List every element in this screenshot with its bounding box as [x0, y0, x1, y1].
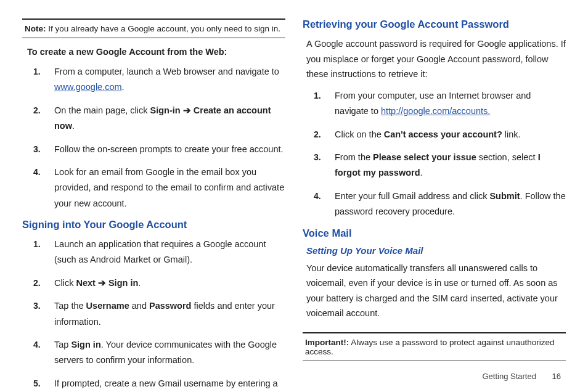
footer-section: Getting Started [482, 372, 536, 381]
note-label: Note: [25, 24, 46, 33]
right-column: Retrieving your Google Account Password … [303, 18, 566, 392]
bold-text: Username [86, 301, 129, 311]
important-label: Important!: [305, 338, 349, 347]
list-item: From your computer, use an Internet brow… [314, 88, 566, 120]
step-text: From the [335, 152, 373, 162]
retrieve-heading: Retrieving your Google Account Password [303, 18, 566, 30]
step-text: section, select [476, 152, 538, 162]
voicemail-body: Your device automatically transfers all … [306, 261, 566, 322]
step-text: . [122, 82, 125, 92]
link-google[interactable]: www.google.com [54, 82, 122, 92]
signin-heading: Signing into Your Google Account [22, 219, 285, 231]
bold-text: Sign in [108, 278, 138, 288]
step-text: . [138, 278, 141, 288]
list-item: Launch an application that requires a Go… [33, 237, 285, 268]
step-text: and [129, 301, 149, 311]
arrow-icon: ➔ [96, 278, 108, 288]
page-number: 16 [552, 372, 561, 381]
page-footer: Getting Started 16 [482, 372, 561, 381]
create-account-steps: From a computer, launch a Web browser an… [33, 64, 285, 211]
step-text: Follow the on-screen prompts to create y… [54, 144, 284, 154]
list-item: Click Next ➔ Sign in. [33, 276, 285, 291]
step-text: . [72, 121, 75, 131]
bold-text: Submit [489, 191, 520, 201]
note-text: If you already have a Google account, yo… [46, 24, 281, 33]
important-box: Important!: Always use a password to pro… [303, 332, 566, 361]
left-column: Note: If you already have a Google accou… [22, 18, 285, 392]
list-item: If prompted, create a new Gmail username… [33, 376, 285, 392]
bold-text: Next [76, 278, 95, 288]
step-text: Tap the [54, 301, 86, 311]
retrieve-steps: From your computer, use an Internet brow… [314, 88, 566, 220]
page-content: Note: If you already have a Google accou… [0, 0, 588, 392]
list-item: Look for an email from Google in the ema… [33, 165, 285, 211]
bold-text: Please select your issue [373, 152, 476, 162]
list-item: From the Please select your issue sectio… [314, 150, 566, 181]
link-accounts[interactable]: http://google.com/accounts. [381, 106, 490, 116]
list-item: Enter your full Gmail address and click … [314, 189, 566, 220]
voicemail-heading: Voice Mail [303, 227, 566, 239]
step-text: link. [502, 129, 521, 139]
bold-text: Can't access your account? [384, 129, 502, 139]
step-text: If prompted, create a new Gmail username… [54, 378, 278, 392]
step-text: From a computer, launch a Web browser an… [54, 67, 279, 76]
bold-text: Password [149, 301, 192, 311]
bold-text: Sign in [71, 340, 100, 349]
bold-text: Sign-in [150, 105, 183, 115]
step-text: Click [54, 278, 76, 288]
list-item: Click on the Can't access your account? … [314, 127, 566, 142]
retrieve-intro: A Google account password is required fo… [306, 36, 566, 82]
list-item: On the main page, click Sign-in ➔ Create… [33, 103, 285, 134]
signin-steps: Launch an application that requires a Go… [33, 237, 285, 392]
list-item: Follow the on-screen prompts to create y… [33, 142, 285, 157]
step-text: Look for an email from Google in the ema… [54, 167, 284, 208]
arrow-icon: ➔ [183, 105, 194, 115]
create-account-heading: To create a new Google Account from the … [27, 47, 285, 57]
list-item: From a computer, launch a Web browser an… [33, 64, 285, 96]
step-text: On the main page, click [54, 105, 150, 115]
step-text: Tap [54, 340, 71, 349]
voicemail-subheading: Setting Up Your Voice Mail [306, 245, 566, 256]
step-text: Click on the [335, 129, 384, 139]
step-text: . [420, 168, 423, 178]
step-text: Launch an application that requires a Go… [54, 239, 266, 264]
step-text: Enter your full Gmail address and click [335, 191, 489, 201]
list-item: Tap Sign in. Your device communicates wi… [33, 337, 285, 369]
note-box: Note: If you already have a Google accou… [22, 18, 285, 38]
list-item: Tap the Username and Password fields and… [33, 298, 285, 330]
